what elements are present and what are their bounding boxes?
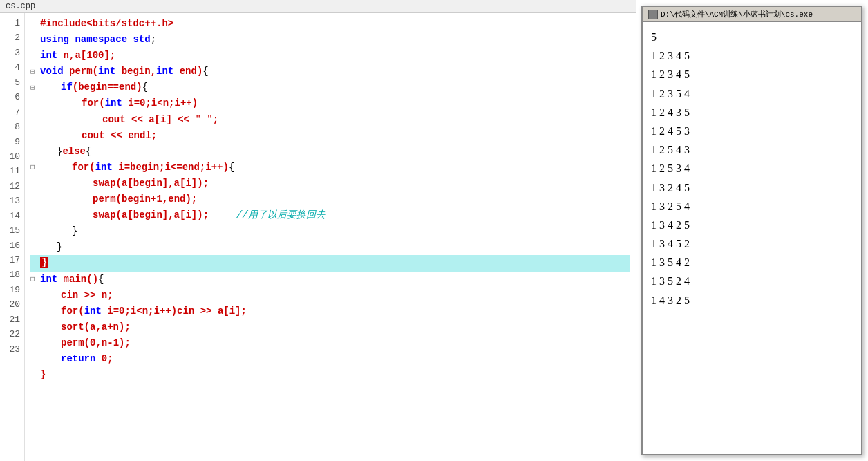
fold-indicator[interactable] [30, 177, 40, 189]
fold-indicator[interactable] [30, 145, 40, 158]
line-number: 5 [4, 75, 20, 90]
code-line: perm(0,n-1); [30, 335, 630, 351]
code-text: if(begin==end){ [40, 79, 148, 95]
fold-indicator[interactable] [30, 113, 40, 126]
fold-indicator[interactable] [30, 17, 40, 30]
code-line: ⊟if(begin==end){ [30, 79, 630, 95]
line-number: 21 [4, 312, 20, 327]
line-number: 8 [4, 120, 20, 134]
code-line: swap(a[begin],a[i]);//用了以后要换回去 [30, 207, 630, 223]
line-number: 18 [4, 267, 20, 282]
code-text: } [40, 255, 48, 271]
console-output-line: 1 3 4 2 5 [651, 216, 853, 234]
code-text: }else{ [40, 144, 91, 160]
line-number: 10 [4, 149, 20, 164]
console-output-line: 1 3 5 4 2 [651, 253, 853, 272]
code-line: using namespace std; [30, 32, 630, 48]
code-text: } [40, 367, 46, 383]
line-number: 3 [4, 46, 20, 60]
code-editor: cs.cpp 123456789101112131415161718192021… [0, 0, 636, 461]
fold-indicator[interactable] [30, 257, 40, 270]
fold-indicator[interactable] [30, 321, 40, 333]
code-text: } [40, 223, 77, 239]
fold-indicator[interactable]: ⊟ [30, 82, 40, 94]
fold-indicator[interactable] [30, 241, 40, 254]
code-line: perm(begin+1,end); [30, 191, 630, 207]
tab-label[interactable]: cs.cpp [6, 1, 35, 11]
code-line: } [30, 239, 630, 255]
code-text: swap(a[begin],a[i]);//用了以后要换回去 [40, 207, 326, 223]
console-output-line: 1 3 5 2 4 [651, 272, 853, 290]
line-number: 9 [4, 135, 20, 149]
code-line: int n,a[100]; [30, 48, 630, 64]
fold-indicator[interactable] [30, 369, 40, 382]
fold-indicator[interactable] [30, 129, 40, 142]
code-text: for(int i=begin;i<=end;i++){ [40, 160, 234, 176]
code-line: sort(a,a+n); [30, 319, 630, 335]
line-number: 7 [4, 105, 20, 120]
line-number: 19 [4, 283, 20, 297]
line-number: 2 [4, 30, 20, 45]
code-line: } [30, 223, 630, 239]
fold-indicator[interactable]: ⊟ [30, 273, 40, 285]
console-output-line: 1 3 2 5 4 [651, 197, 853, 216]
code-text: return 0; [40, 351, 113, 367]
console-icon [648, 10, 658, 19]
line-number: 15 [4, 223, 20, 238]
code-text: int main(){ [40, 272, 104, 288]
fold-indicator[interactable] [30, 50, 40, 62]
fold-indicator[interactable] [30, 305, 40, 317]
code-text: perm(0,n-1); [40, 335, 131, 351]
console-body: 51 2 3 4 51 2 3 4 51 2 3 5 41 2 4 3 51 2… [643, 22, 861, 454]
fold-indicator[interactable]: ⊟ [30, 161, 40, 173]
console-output-line: 5 [651, 28, 853, 46]
code-line: ⊟for(int i=begin;i<=end;i++){ [30, 160, 630, 176]
fold-indicator[interactable]: ⊟ [30, 66, 40, 78]
code-area: 1234567891011121314151617181920212223 #i… [0, 13, 636, 461]
code-text: void perm(int begin,int end){ [40, 64, 209, 79]
code-line: cout << endl; [30, 128, 630, 144]
fold-indicator[interactable] [30, 352, 40, 365]
console-output-line: 1 2 3 4 5 [651, 46, 853, 65]
fold-indicator[interactable] [30, 289, 40, 301]
console-window: D:\代码文件\ACM训练\小蓝书计划\cs.exe 51 2 3 4 51 2… [641, 6, 862, 455]
line-number: 4 [4, 60, 20, 75]
fold-indicator[interactable] [30, 194, 40, 206]
line-number: 16 [4, 238, 20, 253]
console-output-line: 1 2 5 4 3 [651, 140, 853, 159]
code-text: for(int i=0;i<n;i++)cin >> a[i]; [40, 303, 247, 319]
console-output-line: 1 2 3 5 4 [651, 84, 853, 103]
console-titlebar: D:\代码文件\ACM训练\小蓝书计划\cs.exe [643, 7, 861, 22]
fold-indicator[interactable] [30, 209, 40, 222]
line-number: 6 [4, 90, 20, 104]
fold-indicator[interactable] [30, 337, 40, 349]
console-output-line: 1 2 3 4 5 [651, 65, 853, 84]
console-output-line: 1 4 3 2 5 [651, 291, 853, 310]
code-text: #include<bits/stdc++.h> [40, 16, 173, 32]
code-content[interactable]: #include<bits/stdc++.h> using namespace … [25, 13, 636, 461]
code-text: for(int i=0;i<n;i++) [40, 95, 198, 111]
fold-indicator[interactable] [30, 97, 40, 110]
code-text: sort(a,a+n); [40, 319, 131, 335]
line-number: 14 [4, 209, 20, 223]
line-number: 1 [4, 16, 20, 30]
line-number: 11 [4, 164, 20, 178]
code-line: } [30, 255, 630, 271]
code-text: swap(a[begin],a[i]); [40, 176, 209, 191]
code-line: } [30, 367, 630, 383]
code-line: return 0; [30, 351, 630, 367]
code-line: }else{ [30, 144, 630, 160]
console-output-line: 1 2 4 3 5 [651, 103, 853, 122]
fold-indicator[interactable] [30, 225, 40, 238]
line-numbers: 1234567891011121314151617181920212223 [0, 13, 25, 461]
tab-bar[interactable]: cs.cpp [0, 0, 636, 13]
code-text: int n,a[100]; [40, 48, 115, 64]
line-number: 22 [4, 327, 20, 341]
code-text: perm(begin+1,end); [40, 191, 197, 207]
line-number: 12 [4, 179, 20, 194]
code-line: #include<bits/stdc++.h> [30, 16, 630, 32]
code-line: ⊟void perm(int begin,int end){ [30, 64, 630, 79]
fold-indicator[interactable] [30, 34, 40, 46]
code-line: cout << a[i] << " "; [30, 112, 630, 128]
console-output-line: 1 3 2 4 5 [651, 178, 853, 197]
